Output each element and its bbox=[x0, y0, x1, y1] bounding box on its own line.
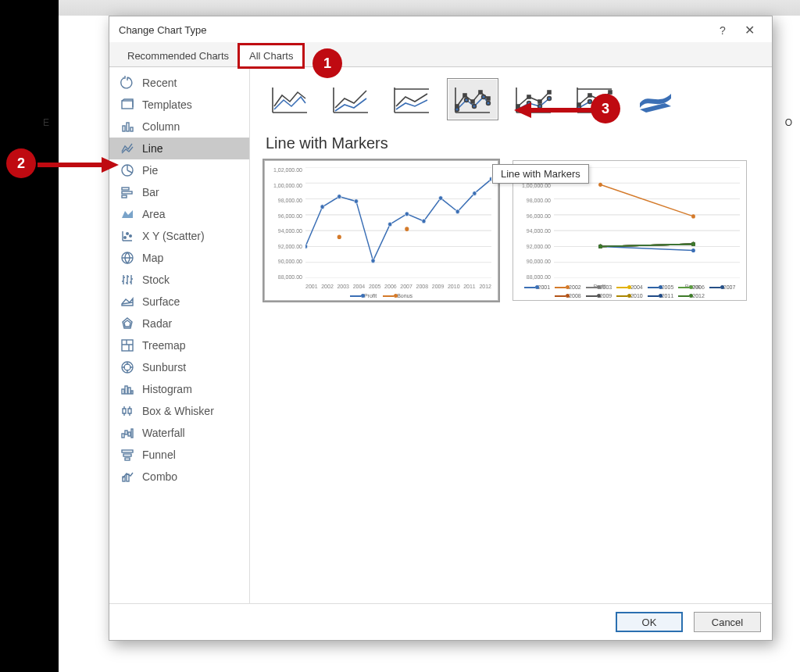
category-combo[interactable]: Combo bbox=[109, 466, 249, 488]
category-line[interactable]: Line bbox=[109, 138, 249, 159]
svg-marker-111 bbox=[102, 157, 119, 173]
label: Surface bbox=[142, 295, 180, 308]
category-map[interactable]: Map bbox=[109, 247, 249, 269]
subtype-100-stacked-line[interactable] bbox=[386, 78, 438, 120]
category-sunburst[interactable]: Sunburst bbox=[109, 356, 249, 378]
subtype-3d-line[interactable] bbox=[630, 78, 681, 120]
annotation-arrow-2 bbox=[34, 153, 120, 177]
change-chart-type-dialog: Change Chart Type ? ✕ Recommended Charts… bbox=[109, 16, 773, 641]
svg-point-109 bbox=[691, 242, 695, 246]
label: Funnel bbox=[142, 449, 176, 461]
svg-rect-29 bbox=[127, 474, 129, 481]
cancel-button[interactable]: Cancel bbox=[694, 612, 761, 632]
category-waterfall[interactable]: Waterfall bbox=[109, 422, 249, 444]
svg-rect-20 bbox=[131, 391, 133, 394]
preview1-plot bbox=[305, 167, 491, 278]
category-stock[interactable]: Stock bbox=[109, 269, 249, 291]
help-button[interactable]: ? bbox=[709, 24, 736, 37]
svg-point-16 bbox=[124, 364, 130, 370]
preview-1[interactable]: 1,02,000.001,00,000.0098,000.0096,000.00… bbox=[264, 160, 498, 301]
boxwhisker-icon bbox=[120, 404, 134, 418]
category-radar[interactable]: Radar bbox=[109, 313, 249, 334]
dialog-title: Change Chart Type bbox=[119, 24, 709, 36]
preview2-plot bbox=[554, 167, 740, 278]
svg-rect-49 bbox=[588, 94, 591, 97]
tab-all-charts[interactable]: All Charts bbox=[239, 45, 303, 67]
svg-rect-26 bbox=[123, 454, 131, 456]
category-column[interactable]: Column bbox=[109, 116, 249, 138]
tab-recommended-charts[interactable]: Recommended Charts bbox=[117, 45, 239, 67]
annotation-arrow-3 bbox=[508, 98, 602, 122]
category-histogram[interactable]: Histogram bbox=[109, 378, 249, 400]
line-icon bbox=[120, 141, 134, 155]
svg-point-39 bbox=[487, 102, 491, 105]
category-recent[interactable]: Recent bbox=[109, 72, 249, 94]
category-area[interactable]: Area bbox=[109, 203, 249, 225]
combo-icon bbox=[120, 470, 134, 484]
svg-point-67 bbox=[354, 199, 358, 204]
svg-rect-2 bbox=[127, 123, 129, 131]
category-scatter[interactable]: X Y (Scatter) bbox=[109, 225, 249, 247]
label: Stock bbox=[142, 273, 170, 286]
svg-point-38 bbox=[482, 95, 486, 99]
svg-rect-31 bbox=[463, 94, 466, 97]
svg-point-74 bbox=[473, 191, 477, 196]
category-bar[interactable]: Bar bbox=[109, 181, 249, 203]
svg-rect-6 bbox=[122, 191, 132, 194]
svg-rect-34 bbox=[487, 97, 490, 100]
category-pie[interactable]: Pie bbox=[109, 159, 249, 181]
label: Box & Whisker bbox=[142, 405, 214, 417]
category-treemap[interactable]: Treemap bbox=[109, 334, 249, 356]
label: Sunburst bbox=[142, 361, 186, 374]
label: Pie bbox=[142, 164, 158, 177]
svg-point-65 bbox=[320, 205, 324, 209]
stock-icon bbox=[120, 273, 134, 287]
label: X Y (Scatter) bbox=[142, 230, 205, 242]
category-surface[interactable]: Surface bbox=[109, 291, 249, 313]
right-pane: Line with Markers 1,02,000.001,00,000.00… bbox=[250, 67, 772, 603]
column-header-e: E bbox=[43, 117, 49, 128]
svg-point-35 bbox=[455, 108, 459, 112]
category-funnel[interactable]: Funnel bbox=[109, 444, 249, 466]
surface-icon bbox=[120, 295, 134, 309]
ok-button[interactable]: OK bbox=[616, 612, 683, 632]
preview1-xaxis: 2001200220032004200520062007200820092010… bbox=[305, 284, 491, 289]
svg-rect-22 bbox=[125, 431, 127, 434]
svg-point-64 bbox=[305, 245, 308, 249]
pie-icon bbox=[120, 163, 134, 177]
preview1-yaxis: 1,02,000.001,00,000.0098,000.0096,000.00… bbox=[270, 167, 302, 280]
svg-rect-5 bbox=[122, 188, 129, 190]
svg-marker-113 bbox=[514, 102, 531, 118]
dialog-titlebar: Change Chart Type ? ✕ bbox=[109, 16, 772, 42]
svg-point-71 bbox=[422, 219, 426, 223]
annotation-badge-1: 1 bbox=[314, 50, 341, 77]
svg-rect-0 bbox=[122, 101, 133, 109]
svg-point-69 bbox=[388, 222, 392, 227]
chart-category-list: Recent Templates Column Line Pie Bar bbox=[109, 67, 250, 603]
svg-rect-25 bbox=[122, 450, 133, 452]
svg-point-8 bbox=[124, 237, 127, 239]
svg-point-37 bbox=[473, 105, 477, 109]
subtype-line[interactable] bbox=[264, 78, 316, 120]
subtype-line-with-markers[interactable] bbox=[447, 78, 498, 120]
close-button[interactable]: ✕ bbox=[736, 23, 762, 38]
bar-icon bbox=[120, 185, 134, 199]
svg-point-72 bbox=[439, 196, 443, 201]
svg-rect-32 bbox=[471, 100, 474, 103]
category-box-whisker[interactable]: Box & Whisker bbox=[109, 400, 249, 422]
treemap-icon bbox=[120, 338, 134, 352]
svg-point-70 bbox=[405, 212, 409, 216]
category-templates[interactable]: Templates bbox=[109, 94, 249, 116]
label: Area bbox=[142, 208, 166, 220]
area-icon bbox=[120, 207, 134, 221]
svg-point-76 bbox=[338, 234, 341, 239]
svg-rect-3 bbox=[130, 127, 133, 131]
subtype-stacked-line[interactable] bbox=[325, 78, 377, 120]
svg-rect-24 bbox=[131, 429, 133, 438]
templates-icon bbox=[120, 98, 134, 112]
recent-icon bbox=[120, 76, 134, 90]
svg-point-68 bbox=[371, 259, 375, 263]
label: Treemap bbox=[142, 339, 186, 352]
svg-rect-7 bbox=[122, 195, 127, 198]
black-sidebar-mask bbox=[0, 0, 59, 672]
